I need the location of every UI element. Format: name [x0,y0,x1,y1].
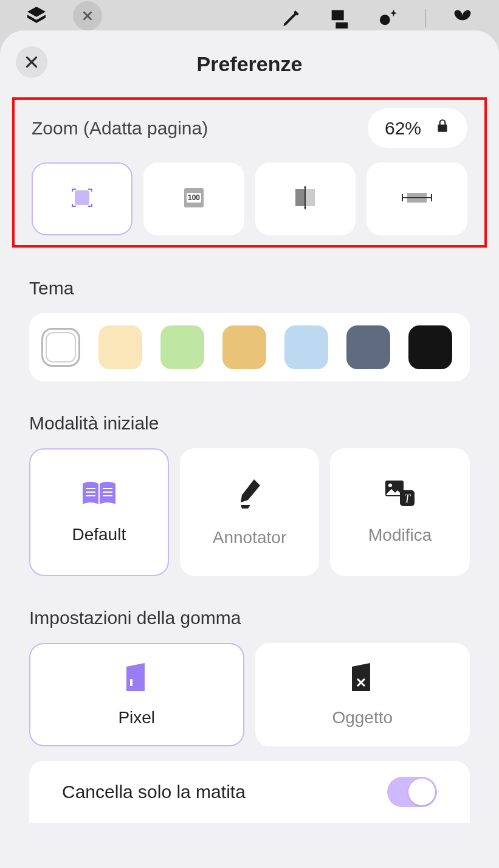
zoom-option-fit-height[interactable] [367,162,467,235]
divider [425,9,426,27]
zoom-value-pill[interactable]: 62% [368,108,467,148]
eraser-label: Impostazioni della gomma [29,608,470,628]
pencil-only-label: Cancella solo la matita [62,782,246,802]
svg-rect-17 [130,679,132,686]
svg-rect-1 [75,190,89,205]
toggle-knob [408,779,435,805]
theme-swatch-3[interactable] [222,325,266,369]
initial-mode-section: Modalità iniziale Default Annotator [0,413,499,576]
eraser-label-pixel: Pixel [118,708,155,727]
fit-width-icon [289,184,321,214]
pencil-only-row: Cancella solo la matita [29,761,470,823]
pencil-only-toggle[interactable] [387,777,437,807]
eraser-option-pixel[interactable]: Pixel [29,643,244,746]
mode-label-edit: Modifica [368,526,432,545]
media-icon [328,6,352,30]
zoom-option-fit-page[interactable] [32,162,132,235]
zoom-option-fit-width[interactable] [255,162,356,235]
zoom-100-icon: 100 [181,184,207,214]
eraser-section: Impostazioni della gomma Pixel [0,608,499,746]
eraser-object-icon [349,662,375,696]
mode-option-annotator[interactable]: Annotator [180,448,320,576]
svg-rect-5 [295,189,305,206]
zoom-value: 62% [385,118,421,139]
theme-swatch-2[interactable] [160,325,204,369]
close-behind-icon [73,1,102,30]
background-topbar [0,0,499,30]
svg-rect-6 [306,189,315,206]
home-icon [24,4,49,28]
mode-label-default: Default [72,525,126,544]
preferences-sheet: Preferenze Zoom (Adatta pagina) 62% [0,30,499,868]
eraser-option-object[interactable]: Oggetto [255,643,470,746]
book-icon [80,480,118,510]
theme-swatch-6[interactable] [408,325,452,369]
zoom-label: Zoom (Adatta pagina) [32,118,208,139]
sparkle-icon [376,6,401,30]
fit-page-icon [67,183,97,215]
highlighter-icon [236,477,264,513]
theme-swatch-0[interactable] [41,328,80,367]
zoom-section-highlight: Zoom (Adatta pagina) 62% [12,97,487,248]
mode-option-edit[interactable]: T Modifica [330,448,470,576]
sheet-title: Preferenze [197,52,303,76]
svg-point-13 [388,484,392,487]
close-button[interactable] [16,46,47,78]
mode-option-default[interactable]: Default [29,448,169,576]
theme-swatch-1[interactable] [98,325,142,369]
theme-swatch-5[interactable] [346,325,390,369]
lock-icon [435,117,450,139]
zoom-option-100[interactable]: 100 [143,162,244,235]
theme-row [29,313,470,381]
eraser-pixel-icon [124,662,150,696]
svg-rect-16 [126,672,145,691]
butterfly-icon [450,6,475,30]
pen-icon [279,6,303,30]
theme-section: Tema [0,278,499,381]
mode-label-annotator: Annotator [213,528,286,547]
svg-point-0 [380,15,390,25]
image-text-icon: T [383,479,417,511]
svg-text:100: 100 [188,193,200,202]
initial-mode-label: Modalità iniziale [29,413,470,434]
fit-height-icon [399,187,435,211]
theme-label: Tema [29,278,470,299]
eraser-label-object: Oggetto [332,708,393,727]
theme-swatch-4[interactable] [284,325,328,369]
